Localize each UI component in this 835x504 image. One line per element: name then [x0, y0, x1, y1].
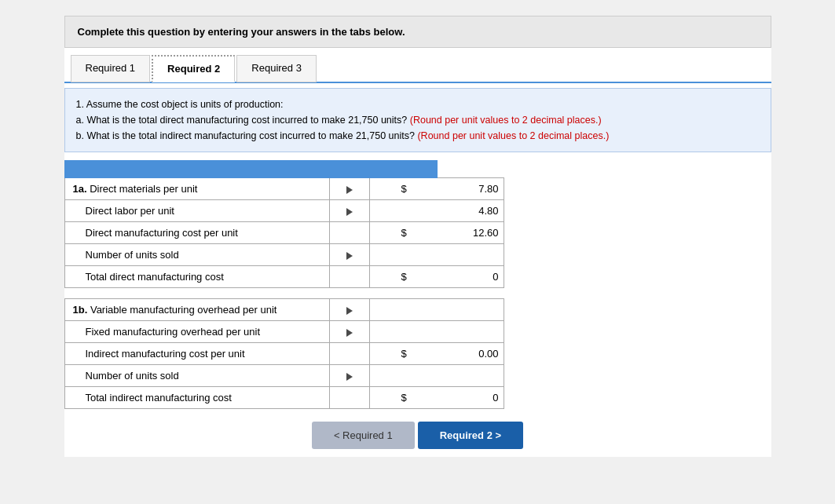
- row-1a-3-label: Number of units sold: [64, 244, 330, 266]
- next-button[interactable]: Required 2 >: [418, 422, 523, 449]
- row-1b-4-label: Total indirect manufacturing cost: [64, 387, 330, 409]
- tab-required2[interactable]: Required 2: [152, 55, 235, 82]
- question-line2a: a. What is the total direct manufacturin…: [76, 112, 760, 128]
- table-row: Direct labor per unit 4.80: [64, 200, 504, 222]
- row-1b-0-label: 1b. Variable manufacturing overhead per …: [64, 299, 330, 321]
- arrow-icon: [346, 186, 353, 194]
- arrow-cell-1a-3: [330, 244, 370, 266]
- value-cell-1a-3[interactable]: [438, 244, 504, 266]
- nav-buttons: < Required 1 Required 2 >: [64, 422, 771, 449]
- arrow-cell-1b-1: [330, 321, 370, 343]
- arrow-cell-1a-1: [330, 200, 370, 222]
- question-box: 1. Assume the cost object is units of pr…: [64, 88, 771, 152]
- spacer-row: [64, 288, 504, 299]
- dollar-cell-1a-3: [370, 244, 438, 266]
- value-cell-1a-1[interactable]: 4.80: [438, 200, 504, 222]
- dollar-cell-1b-2: $: [370, 343, 438, 365]
- dollar-cell-1b-0: [370, 299, 438, 321]
- header-value-col: [330, 161, 438, 178]
- row-1b-1-label: Fixed manufacturing overhead per unit: [64, 321, 330, 343]
- row-1a-1-label: Direct labor per unit: [64, 200, 330, 222]
- data-table-wrap: 1a. Direct materials per unit $ 7.80 Dir…: [64, 160, 771, 409]
- arrow-cell-1b-2: [330, 343, 370, 365]
- value-cell-1a-0[interactable]: 7.80: [438, 178, 504, 200]
- table-row: Number of units sold: [64, 365, 504, 387]
- value-cell-1a-4: 0: [438, 266, 504, 288]
- table-row: Fixed manufacturing overhead per unit: [64, 321, 504, 343]
- table-row: 1a. Direct materials per unit $ 7.80: [64, 178, 504, 200]
- arrow-cell-1a-0: [330, 178, 370, 200]
- row-1b-2-label: Indirect manufacturing cost per unit: [64, 343, 330, 365]
- value-cell-1a-2: 12.60: [438, 222, 504, 244]
- table-row: Total indirect manufacturing cost $ 0: [64, 387, 504, 409]
- instruction-text: Complete this question by entering your …: [78, 26, 405, 38]
- tabs-row: Required 1 Required 2 Required 3: [64, 54, 771, 83]
- dollar-cell-1a-2: $: [370, 222, 438, 244]
- arrow-icon: [346, 307, 353, 315]
- data-table: 1a. Direct materials per unit $ 7.80 Dir…: [64, 160, 504, 409]
- tab-required3[interactable]: Required 3: [236, 55, 317, 82]
- header-label-col: [64, 161, 330, 178]
- dollar-cell-1b-1: [370, 321, 438, 343]
- dollar-cell-1a-0: $: [370, 178, 438, 200]
- value-cell-1b-2: 0.00: [438, 343, 504, 365]
- arrow-cell-1b-3: [330, 365, 370, 387]
- question-line1: 1. Assume the cost object is units of pr…: [76, 97, 760, 112]
- arrow-icon: [346, 252, 353, 260]
- tab-required1[interactable]: Required 1: [71, 55, 151, 82]
- value-cell-1b-1[interactable]: [438, 321, 504, 343]
- arrow-icon: [346, 373, 353, 381]
- arrow-icon: [346, 208, 353, 216]
- row-1b-3-label: Number of units sold: [64, 365, 330, 387]
- table-row: Indirect manufacturing cost per unit $ 0…: [64, 343, 504, 365]
- value-cell-1b-0[interactable]: [438, 299, 504, 321]
- value-cell-1b-4: 0: [438, 387, 504, 409]
- row-1a-2-label: Direct manufacturing cost per unit: [64, 222, 330, 244]
- arrow-cell-1a-2: [330, 222, 370, 244]
- dollar-cell-1b-4: $: [370, 387, 438, 409]
- dollar-cell-1a-1: [370, 200, 438, 222]
- arrow-cell-1a-4: [330, 266, 370, 288]
- instruction-bar: Complete this question by entering your …: [64, 16, 771, 48]
- table-row: Total direct manufacturing cost $ 0: [64, 266, 504, 288]
- question-line2b: b. What is the total indirect manufactur…: [76, 128, 760, 144]
- arrow-icon: [346, 329, 353, 337]
- dollar-cell-1b-3: [370, 365, 438, 387]
- dollar-cell-1a-4: $: [370, 266, 438, 288]
- table-row: Direct manufacturing cost per unit $ 12.…: [64, 222, 504, 244]
- row-1a-label: 1a. Direct materials per unit: [64, 178, 330, 200]
- row-1a-4-label: Total direct manufacturing cost: [64, 266, 330, 288]
- table-row: 1b. Variable manufacturing overhead per …: [64, 299, 504, 321]
- arrow-cell-1b-0: [330, 299, 370, 321]
- arrow-cell-1b-4: [330, 387, 370, 409]
- table-row: Number of units sold: [64, 244, 504, 266]
- prev-button[interactable]: < Required 1: [312, 422, 415, 449]
- value-cell-1b-3[interactable]: [438, 365, 504, 387]
